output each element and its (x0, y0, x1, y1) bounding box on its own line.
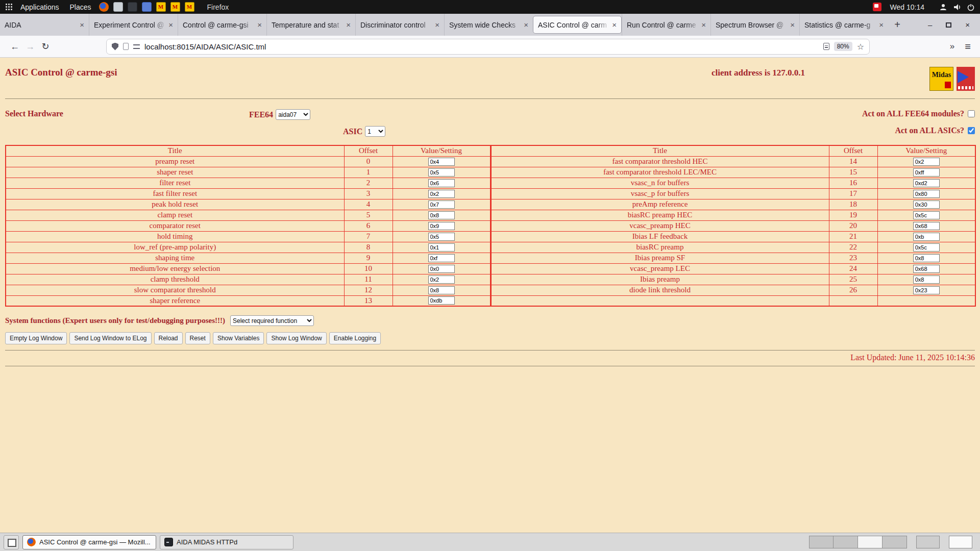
tab-close-icon[interactable]: × (790, 21, 795, 29)
register-value-input[interactable] (913, 222, 940, 230)
tray-box[interactable] (916, 536, 940, 548)
fee64-select[interactable]: aida07 (276, 109, 310, 120)
taskbar-window-terminal[interactable]: AIDA MIDAS HTTPd (160, 535, 293, 549)
register-value-input[interactable] (913, 190, 940, 198)
register-value-input[interactable] (913, 201, 940, 209)
browser-tab[interactable]: Run Control @ carme× (622, 14, 710, 36)
register-value-input[interactable] (913, 265, 940, 273)
browser-tab[interactable]: Spectrum Browser @× (710, 14, 799, 36)
register-value-input[interactable] (428, 286, 455, 294)
permissions-icon[interactable] (133, 44, 140, 49)
window-restore-button[interactable] (946, 22, 951, 28)
browser-tab[interactable]: Control @ carme-gsi× (178, 14, 266, 36)
tracking-protection-shield-icon[interactable] (112, 43, 118, 51)
window-minimize-button[interactable]: – (928, 20, 932, 29)
tab-close-icon[interactable]: × (701, 21, 706, 29)
bookmark-star-icon[interactable]: ☆ (857, 42, 864, 52)
tray-box-active[interactable] (949, 536, 972, 548)
tab-close-icon[interactable]: × (879, 21, 884, 29)
browser-tab[interactable]: AIDA× (0, 14, 89, 36)
register-value-input[interactable] (913, 286, 940, 294)
tab-close-icon[interactable]: × (80, 21, 84, 29)
register-value-input[interactable] (428, 265, 455, 273)
register-value-input[interactable] (913, 276, 940, 284)
act-all-fee64-checkbox[interactable] (968, 110, 975, 117)
notification-icon[interactable] (873, 3, 881, 11)
register-value-input[interactable] (428, 179, 455, 187)
browser-tab[interactable]: Statistics @ carme-g× (799, 14, 888, 36)
act-all-asics-checkbox[interactable] (968, 127, 975, 134)
register-value-input[interactable] (428, 254, 455, 262)
enable-logging-button[interactable]: Enable Logging (329, 332, 381, 344)
power-icon[interactable] (967, 3, 975, 11)
tab-close-icon[interactable]: × (612, 21, 617, 29)
workspace-cell-active[interactable] (858, 536, 883, 548)
firefox-launcher-icon[interactable] (99, 2, 109, 12)
register-value-input[interactable] (913, 179, 940, 187)
forward-button[interactable]: → (22, 41, 38, 52)
tab-close-icon[interactable]: × (346, 21, 351, 29)
register-value-input[interactable] (428, 190, 455, 198)
tab-close-icon[interactable]: × (257, 21, 262, 29)
show-variables-button[interactable]: Show Variables (213, 332, 264, 344)
window-close-button[interactable]: × (965, 20, 970, 29)
terminal-app-icon[interactable] (128, 2, 137, 12)
register-value-input[interactable] (913, 168, 940, 177)
register-value-input[interactable] (428, 211, 455, 219)
workspace-cell[interactable] (809, 536, 834, 548)
register-value-input[interactable] (428, 296, 455, 305)
register-value-input[interactable] (428, 168, 455, 177)
browser-tab[interactable]: System wide Checks× (444, 14, 533, 36)
applications-menu[interactable]: Applications (17, 3, 62, 11)
midas-app-icon[interactable]: M (156, 2, 166, 12)
register-value-input[interactable] (428, 243, 455, 252)
midas-app-icon[interactable]: M (185, 2, 194, 12)
accessibility-icon[interactable] (939, 3, 947, 11)
tab-close-icon[interactable]: × (435, 21, 439, 29)
register-value-input[interactable] (913, 243, 940, 252)
back-button[interactable]: ← (7, 41, 22, 52)
asic-select[interactable]: 1 (365, 126, 385, 137)
workspace-cell[interactable] (883, 536, 907, 548)
register-value-input[interactable] (428, 276, 455, 284)
workspace-cell[interactable] (834, 536, 858, 548)
register-value-input[interactable] (913, 233, 940, 241)
register-value-input[interactable] (428, 233, 455, 241)
new-tab-button[interactable]: + (888, 14, 906, 36)
reader-mode-icon[interactable] (823, 43, 829, 50)
browser-tab[interactable]: Experiment Control @ c× (89, 14, 178, 36)
tab-close-icon[interactable]: × (524, 21, 528, 29)
url-bar[interactable]: localhost:8015/AIDA/ASIC/ASIC.tml 80% ☆ (106, 39, 870, 55)
zoom-level-indicator[interactable]: 80% (834, 42, 852, 51)
midas-app-icon[interactable]: M (170, 2, 180, 12)
distro-menu-icon[interactable] (5, 3, 13, 11)
url-text[interactable]: localhost:8015/AIDA/ASIC/ASIC.tml (144, 42, 819, 51)
reset-button[interactable]: Reset (185, 332, 210, 344)
register-value-input[interactable] (913, 158, 940, 166)
places-menu[interactable]: Places (67, 3, 94, 11)
send-log-to-elog-button[interactable]: Send Log Window to ELog (69, 332, 151, 344)
browser-tab[interactable]: Discriminator control× (355, 14, 444, 36)
browser-tab[interactable]: Temperature and stat× (266, 14, 355, 36)
register-value-input[interactable] (913, 254, 940, 262)
show-log-window-button[interactable]: Show Log Window (266, 332, 326, 344)
facility-logo[interactable] (957, 67, 975, 91)
register-value-input[interactable] (428, 158, 455, 166)
app-icon[interactable] (142, 2, 152, 12)
midas-logo[interactable]: Midas (929, 67, 953, 91)
taskbar-window-firefox[interactable]: ASIC Control @ carme-gsi — Mozill... (22, 535, 156, 549)
register-value-input[interactable] (428, 201, 455, 209)
toolbar-overflow-icon[interactable]: » (950, 41, 954, 52)
show-desktop-button[interactable] (4, 535, 19, 549)
browser-tab-active[interactable]: ASIC Control @ carm× (533, 16, 622, 34)
tab-close-icon[interactable]: × (168, 21, 173, 29)
editor-app-icon[interactable] (113, 2, 123, 12)
register-value-input[interactable] (913, 211, 940, 219)
reload-page-button[interactable]: Reload (154, 332, 183, 344)
clock[interactable]: Wed 10:14 (890, 3, 924, 11)
register-value-input[interactable] (428, 222, 455, 230)
volume-icon[interactable] (953, 3, 961, 11)
empty-log-window-button[interactable]: Empty Log Window (5, 332, 67, 344)
system-functions-select[interactable]: Select required function (230, 315, 314, 326)
reload-button[interactable]: ↻ (38, 41, 53, 52)
